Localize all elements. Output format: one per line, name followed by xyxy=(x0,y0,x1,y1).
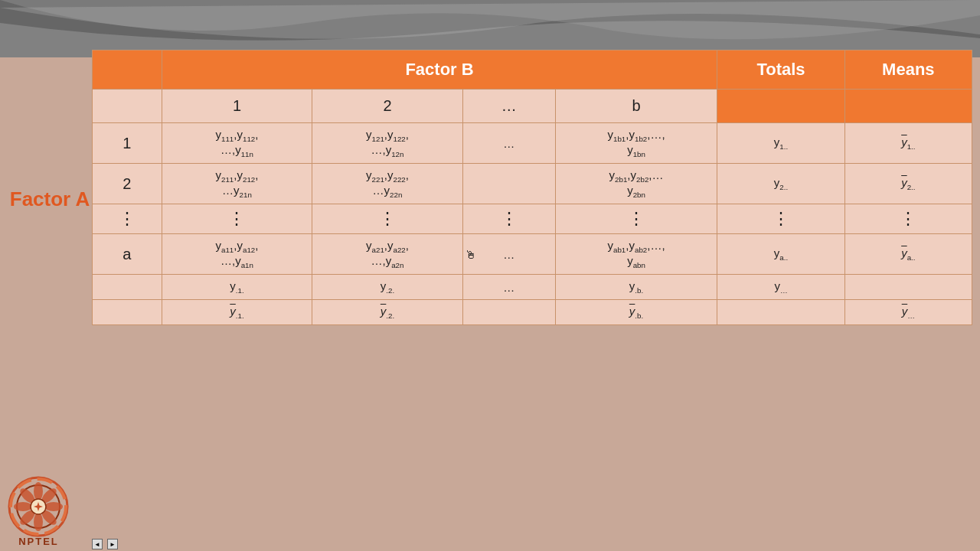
cell-2-b: y2b1,y2b2,…y2bn xyxy=(555,164,717,204)
totals-dots: … xyxy=(462,275,555,300)
avg-colb: y.b. xyxy=(555,300,717,325)
cell-2-2: y221,y222,…y22n xyxy=(312,164,463,204)
subheader-col2: 2 xyxy=(312,90,463,123)
cell-vdots-2: ⋮ xyxy=(312,204,463,234)
cell-a-mean: ya.. xyxy=(844,234,972,275)
subheader-totals-empty xyxy=(717,90,844,123)
cell-a-b: yab1,yab2,…,yabn xyxy=(555,234,717,275)
cell-vdots-b: ⋮ xyxy=(555,204,717,234)
cell-a-2: ya21,ya22,…,ya2n xyxy=(312,234,463,275)
cell-a-dots: 🖱… xyxy=(462,234,555,275)
averages-row-label xyxy=(93,300,162,325)
subheader-col1: 1 xyxy=(162,90,312,123)
svg-point-7 xyxy=(34,513,43,531)
nav-next[interactable]: ► xyxy=(107,539,118,549)
cell-2-mean: y2.. xyxy=(844,164,972,204)
header-empty-cell xyxy=(93,51,162,90)
nptel-text: NPTEL xyxy=(18,536,59,547)
cell-1-mean: y1.. xyxy=(844,123,972,164)
svg-point-3 xyxy=(34,482,43,500)
averages-row: y.1. y.2. y.b. y… xyxy=(93,300,972,325)
totals-header: Totals xyxy=(717,51,844,90)
cell-1-total: y1.. xyxy=(717,123,844,164)
cell-2-total: y2.. xyxy=(717,164,844,204)
subheader-dots: … xyxy=(462,90,555,123)
table-row: a ya11,ya12,…,ya1n ya21,ya22,…,ya2n 🖱… y… xyxy=(93,234,972,275)
row-label-2: 2 xyxy=(93,164,162,204)
subheader-means-empty xyxy=(844,90,972,123)
subheader-empty xyxy=(93,90,162,123)
totals-mean xyxy=(844,275,972,300)
avg-mean: y… xyxy=(844,300,972,325)
anova-table: Factor B Totals Means 1 2 … b 1 xyxy=(92,50,972,325)
row-label-1: 1 xyxy=(93,123,162,164)
row-label-vdots: ⋮ xyxy=(93,204,162,234)
avg-total xyxy=(717,300,844,325)
cell-2-1: y211,y212,…y21n xyxy=(162,164,312,204)
nav-prev[interactable]: ◄ xyxy=(92,539,103,549)
totals-col1: y.1. xyxy=(162,275,312,300)
totals-row: y.1. y.2. … y.b. y… xyxy=(93,275,972,300)
svg-point-5 xyxy=(44,502,63,511)
cell-1-2: y121,y122,…,y12n xyxy=(312,123,463,164)
totals-colb: y.b. xyxy=(555,275,717,300)
cell-vdots-total: ⋮ xyxy=(717,204,844,234)
cell-a-1: ya11,ya12,…,ya1n xyxy=(162,234,312,275)
avg-col2: y.2. xyxy=(312,300,463,325)
cell-2-dots xyxy=(462,164,555,204)
factor-b-header: Factor B xyxy=(162,51,717,90)
main-table-wrapper: Factor B Totals Means 1 2 … b 1 xyxy=(92,50,972,325)
svg-point-9 xyxy=(14,502,32,511)
factor-a-label: Factor A xyxy=(8,50,92,211)
cell-a-total: ya.. xyxy=(717,234,844,275)
cell-vdots-dots: ⋮ xyxy=(462,204,555,234)
means-header: Means xyxy=(844,51,972,90)
totals-total: y… xyxy=(717,275,844,300)
nptel-logo xyxy=(6,474,71,540)
avg-dots xyxy=(462,300,555,325)
cell-1-1: y111,y112,…,y11n xyxy=(162,123,312,164)
totals-col2: y.2. xyxy=(312,275,463,300)
totals-row-label xyxy=(93,275,162,300)
table-row: ⋮ ⋮ ⋮ ⋮ ⋮ ⋮ ⋮ xyxy=(93,204,972,234)
row-label-a: a xyxy=(93,234,162,275)
subheader-colb: b xyxy=(555,90,717,123)
cell-vdots-mean: ⋮ xyxy=(844,204,972,234)
avg-col1: y.1. xyxy=(162,300,312,325)
table-row: 1 y111,y112,…,y11n y121,y122,…,y12n … y1… xyxy=(93,123,972,164)
table-row: 2 y211,y212,…y21n y221,y222,…y22n y2b1,y… xyxy=(93,164,972,204)
cell-1-dots: … xyxy=(462,123,555,164)
cell-1-b: y1b1,y1b2,…,y1bn xyxy=(555,123,717,164)
cell-vdots-1: ⋮ xyxy=(162,204,312,234)
